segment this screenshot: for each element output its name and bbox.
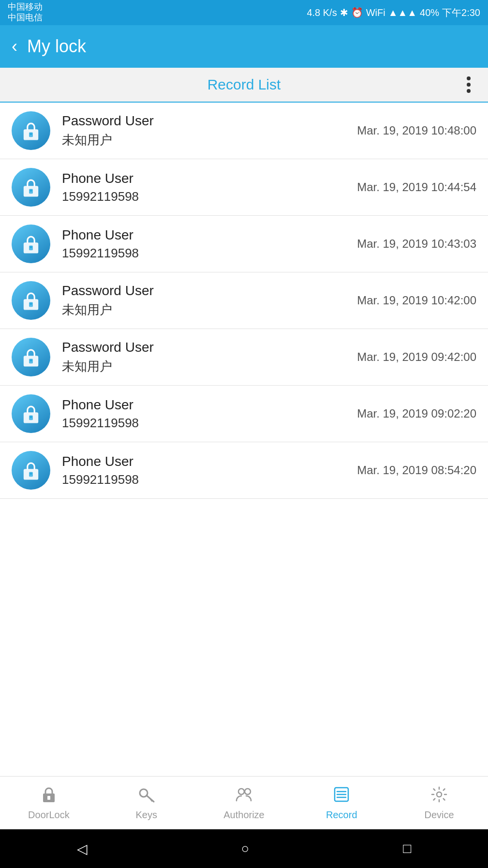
record-user-type: Password User [62, 283, 357, 299]
svg-line-24 [147, 795, 154, 802]
record-info: Phone User15992119598 [62, 227, 357, 261]
nav-device[interactable]: Device [390, 777, 488, 829]
svg-point-11 [30, 302, 32, 305]
authorize-icon [235, 785, 253, 807]
android-home[interactable]: ○ [241, 841, 250, 856]
svg-point-8 [30, 246, 32, 248]
doorlock-icon [40, 785, 58, 807]
record-user-sub: 15992119598 [62, 189, 357, 204]
nav-doorlock-label: DoorLock [28, 809, 70, 821]
record-user-sub: 未知用户 [62, 132, 357, 149]
record-user-sub: 15992119598 [62, 472, 357, 487]
record-lock-icon [12, 338, 50, 376]
svg-point-5 [30, 189, 32, 192]
record-time: Mar. 19, 2019 10:43:03 [357, 237, 476, 251]
record-item: Phone User15992119598Mar. 19, 2019 10:43… [0, 216, 488, 272]
nav-device-label: Device [425, 809, 454, 821]
record-time: Mar. 19, 2019 08:54:20 [357, 464, 476, 477]
record-lock-icon [12, 451, 50, 490]
signal-icon: ▲▲▲ [388, 7, 417, 18]
record-icon [332, 785, 351, 807]
more-menu-button[interactable] [463, 73, 474, 97]
nav-authorize[interactable]: Authorize [195, 777, 293, 829]
nav-doorlock[interactable]: DoorLock [0, 777, 98, 829]
record-user-type: Phone User [62, 171, 357, 186]
record-item: Password User未知用户Mar. 19, 2019 10:48:00 [0, 103, 488, 159]
android-nav: ◁ ○ □ [0, 829, 488, 868]
record-user-sub: 未知用户 [62, 358, 357, 375]
page-title: My lock [27, 36, 86, 57]
svg-point-14 [30, 359, 32, 361]
svg-point-26 [238, 789, 244, 794]
record-item: Password User未知用户Mar. 19, 2019 10:42:00 [0, 272, 488, 329]
nav-keys[interactable]: Keys [98, 777, 195, 829]
record-time: Mar. 19, 2019 10:48:00 [357, 124, 476, 137]
record-time: Mar. 19, 2019 10:42:00 [357, 294, 476, 307]
svg-point-17 [30, 416, 32, 418]
record-user-type: Password User [62, 113, 357, 129]
record-time: Mar. 19, 2019 09:42:00 [357, 350, 476, 364]
back-button[interactable]: ‹ [12, 36, 17, 57]
nav-record-label: Record [326, 809, 357, 821]
bottom-nav: DoorLock Keys Authorize [0, 776, 488, 829]
record-list: Password User未知用户Mar. 19, 2019 10:48:00 … [0, 103, 488, 776]
record-info: Password User未知用户 [62, 113, 357, 149]
battery-icon: 40% [420, 7, 439, 18]
app-header: ‹ My lock [0, 25, 488, 68]
record-item: Phone User15992119598Mar. 19, 2019 08:54… [0, 442, 488, 499]
wifi-icon: WiFi [366, 7, 385, 18]
bluetooth-icon: ✱ [340, 7, 348, 18]
record-lock-icon [12, 111, 50, 150]
status-bar: 中国移动 中国电信 4.8 K/s ✱ ⏰ WiFi ▲▲▲ 40% 下午2:3… [0, 0, 488, 25]
record-user-type: Password User [62, 340, 357, 355]
speed: 4.8 K/s [307, 7, 337, 18]
record-user-type: Phone User [62, 397, 357, 413]
record-lock-icon [12, 281, 50, 320]
record-lock-icon [12, 394, 50, 433]
record-user-sub: 15992119598 [62, 246, 357, 261]
record-item: Phone User15992119598Mar. 19, 2019 10:44… [0, 159, 488, 216]
carrier2: 中国电信 [8, 13, 43, 23]
nav-keys-label: Keys [135, 809, 157, 821]
record-item: Phone User15992119598Mar. 19, 2019 09:02… [0, 386, 488, 442]
nav-record[interactable]: Record [293, 777, 390, 829]
svg-point-2 [30, 133, 32, 135]
record-user-type: Phone User [62, 454, 357, 469]
record-time: Mar. 19, 2019 10:44:54 [357, 180, 476, 194]
status-right: 4.8 K/s ✱ ⏰ WiFi ▲▲▲ 40% 下午2:30 [307, 6, 480, 19]
alarm-icon: ⏰ [351, 7, 363, 18]
record-info: Phone User15992119598 [62, 397, 357, 431]
android-back[interactable]: ◁ [77, 841, 88, 857]
dot2 [467, 83, 471, 87]
record-user-sub: 未知用户 [62, 301, 357, 318]
record-user-sub: 15992119598 [62, 416, 357, 431]
record-lock-icon [12, 168, 50, 207]
record-info: Phone User15992119598 [62, 171, 357, 204]
record-lock-icon [12, 224, 50, 263]
carrier1: 中国移动 [8, 2, 43, 13]
svg-point-27 [245, 789, 251, 794]
carrier-info: 中国移动 中国电信 [8, 2, 43, 23]
record-info: Password User未知用户 [62, 283, 357, 318]
record-info: Password User未知用户 [62, 340, 357, 375]
record-user-type: Phone User [62, 227, 357, 243]
keys-icon [137, 785, 156, 807]
nav-authorize-label: Authorize [223, 809, 265, 821]
time: 下午2:30 [442, 6, 480, 19]
svg-point-32 [437, 792, 442, 797]
record-info: Phone User15992119598 [62, 454, 357, 487]
dot3 [467, 89, 471, 93]
record-list-title: Record List [207, 76, 281, 93]
dot1 [467, 76, 471, 80]
record-item: Password User未知用户Mar. 19, 2019 09:42:00 [0, 329, 488, 386]
device-icon [430, 785, 448, 807]
record-list-header: Record List [0, 68, 488, 103]
android-recent[interactable]: □ [403, 841, 411, 856]
svg-rect-22 [47, 796, 50, 800]
record-time: Mar. 19, 2019 09:02:20 [357, 407, 476, 420]
svg-point-20 [30, 472, 32, 475]
